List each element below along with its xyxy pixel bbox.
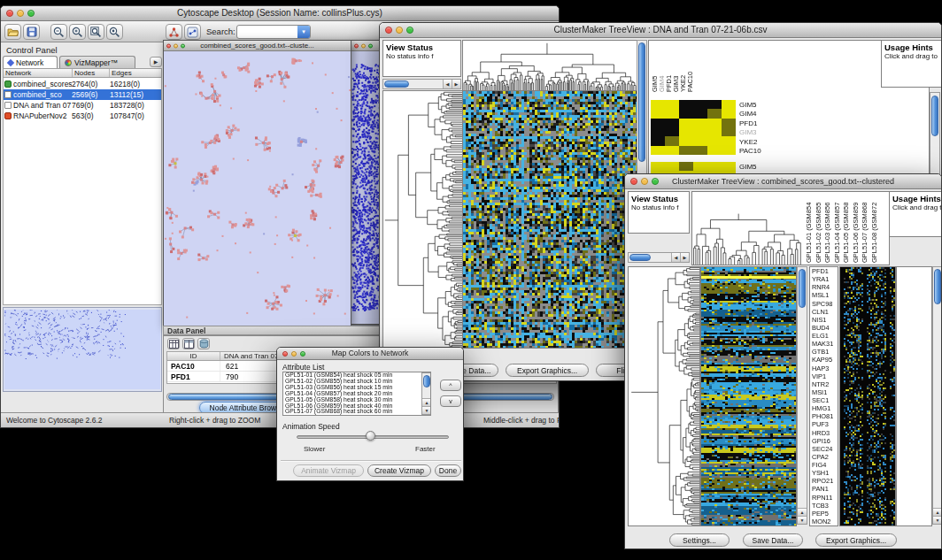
done-button[interactable]: Done	[435, 464, 461, 477]
network-view-titlebar[interactable]: combined_scores_good.txt--cluste...	[164, 41, 351, 51]
scroll-right-arrow-icon[interactable]: ▶	[680, 253, 689, 262]
scroll-up-arrow-icon[interactable]: ▲	[422, 398, 431, 406]
minimize-icon[interactable]	[291, 351, 297, 357]
network-overview-canvas[interactable]	[4, 310, 160, 389]
attribute-list-item[interactable]: GPL51-07 (GSM868) heat shock 60 min	[283, 409, 430, 415]
gene-label[interactable]: ELG1	[812, 332, 838, 340]
zoom-icon[interactable]	[368, 43, 373, 48]
gene-label[interactable]: SEC24	[812, 445, 838, 453]
gene-label[interactable]: HRD3	[812, 429, 838, 437]
tv2-row-hscrollbar[interactable]: ◀▶	[628, 252, 690, 263]
gene-label[interactable]: TCB3	[812, 502, 838, 510]
scrollbar-thumb[interactable]	[384, 81, 409, 88]
scroll-left-arrow-icon[interactable]: ◀	[671, 253, 680, 262]
gene-label[interactable]: PHO81	[812, 412, 838, 420]
move-down-button[interactable]: v	[440, 395, 461, 407]
data-column-id[interactable]: ID	[167, 352, 220, 360]
tv2-column-dendrogram[interactable]	[692, 192, 802, 265]
scrollbar-thumb[interactable]	[799, 269, 806, 308]
gene-label[interactable]: VIP1	[812, 372, 838, 380]
network-overview-panel[interactable]	[3, 307, 162, 392]
gene-label[interactable]: HAP3	[812, 364, 838, 372]
minimize-icon[interactable]	[641, 178, 648, 185]
gene-label[interactable]: KAP95	[812, 356, 838, 364]
network-view-canvas[interactable]	[164, 51, 351, 326]
gene-label[interactable]: GPI16	[812, 437, 838, 445]
close-icon[interactable]	[385, 27, 392, 34]
gene-label[interactable]: MSL1	[812, 291, 838, 299]
zoom-icon[interactable]	[652, 178, 659, 185]
gene-label[interactable]: NIS1	[812, 316, 838, 324]
table-grid-button[interactable]	[167, 338, 180, 349]
tv2-main-vscrollbar[interactable]: ▲▼	[797, 266, 807, 525]
zoom-icon[interactable]	[300, 351, 305, 357]
zoom-out-button[interactable]	[50, 24, 67, 40]
gene-label[interactable]: YRA1	[812, 275, 838, 283]
gene-label[interactable]: PFD1	[812, 267, 838, 275]
zoom-selected-button[interactable]	[106, 24, 123, 40]
scroll-up-arrow-icon[interactable]: ▲	[933, 508, 942, 516]
gene-label[interactable]: MSI1	[812, 388, 838, 396]
tv2-save-data-button[interactable]: Save Data...	[743, 533, 803, 547]
network-mode-button[interactable]	[184, 24, 201, 40]
column-header-edges[interactable]: Edges	[110, 69, 161, 77]
tv2-export-graphics-button[interactable]: Export Graphics...	[815, 533, 897, 547]
combo-dropdown-icon[interactable]: ▼	[297, 26, 310, 38]
scrollbar-thumb[interactable]	[629, 254, 651, 261]
tv2-zoom-heatmap[interactable]	[839, 266, 896, 526]
attribute-list-scrollbar[interactable]: ▲▼	[421, 372, 431, 415]
gene-label[interactable]: NTR2	[812, 380, 838, 388]
gene-label[interactable]: MAK31	[812, 340, 838, 348]
open-button[interactable]	[4, 24, 21, 40]
attribute-db-button[interactable]	[197, 338, 210, 349]
close-icon[interactable]	[630, 178, 637, 185]
tv1-titlebar[interactable]: ClusterMaker TreeView : DNA and Tran 07-…	[380, 23, 941, 38]
gene-label[interactable]: GTB1	[812, 348, 838, 356]
tv1-row-dendrogram[interactable]	[382, 90, 463, 349]
close-icon[interactable]	[6, 10, 13, 17]
gene-label[interactable]: MON2	[812, 518, 838, 525]
tv2-titlebar[interactable]: ClusterMaker TreeView : combined_scores_…	[625, 174, 941, 189]
gene-label[interactable]: CPA2	[812, 453, 838, 461]
slider-thumb[interactable]	[366, 431, 375, 441]
minimize-icon[interactable]	[361, 43, 366, 48]
gene-label[interactable]: YSH1	[812, 469, 838, 477]
tab-vizmapper[interactable]: VizMapper™	[59, 56, 135, 68]
zoom-fit-button[interactable]	[88, 24, 104, 40]
main-titlebar[interactable]: Cytoscape Desktop (Session Name: collins…	[1, 6, 559, 21]
column-header-network[interactable]: Network	[4, 69, 73, 77]
tv2-right-vscrollbar[interactable]: ▲▼	[932, 266, 942, 525]
scroll-down-arrow-icon[interactable]: ▼	[933, 516, 942, 524]
minimize-icon[interactable]	[17, 10, 24, 17]
network-table-row[interactable]: combined_scores2764(0)16218(0)	[4, 79, 161, 89]
save-button[interactable]	[23, 24, 40, 40]
tv1-correlation-matrix-1[interactable]	[651, 100, 736, 155]
scrollbar-thumb[interactable]	[934, 269, 941, 304]
close-icon[interactable]	[354, 43, 359, 48]
gene-label[interactable]: PEP5	[812, 510, 838, 518]
gene-label[interactable]: BUD4	[812, 324, 838, 332]
tv2-row-dendrogram[interactable]	[628, 266, 700, 526]
scroll-left-arrow-icon[interactable]: ◀	[443, 80, 452, 88]
scroll-down-arrow-icon[interactable]: ▼	[798, 516, 807, 524]
tv2-heatmap[interactable]	[700, 266, 797, 526]
gene-label[interactable]: SEC1	[812, 396, 838, 404]
scrollbar-thumb[interactable]	[423, 375, 430, 387]
gene-label[interactable]: RPO21	[812, 477, 838, 485]
tab-overflow-button[interactable]: ▶	[150, 57, 162, 67]
zoom-icon[interactable]	[181, 43, 185, 48]
create-vizmap-button[interactable]: Create Vizmap	[367, 464, 431, 477]
gene-label[interactable]: FIG4	[812, 461, 838, 469]
network-overview-button[interactable]	[166, 24, 182, 40]
zoom-in-button[interactable]	[69, 24, 86, 40]
scroll-right-arrow-icon[interactable]: ▶	[452, 80, 460, 88]
network-table-row[interactable]: RNAPuberNov2563(0)107847(0)	[4, 111, 161, 121]
scroll-up-arrow-icon[interactable]: ▲	[798, 508, 807, 516]
gene-label[interactable]: SPC98	[812, 300, 838, 308]
tv1-heatmap[interactable]	[462, 90, 637, 349]
tab-network[interactable]: Network	[3, 56, 58, 68]
tv2-settings-button[interactable]: Settings...	[669, 533, 730, 547]
minimize-icon[interactable]	[174, 43, 178, 48]
minimize-icon[interactable]	[396, 27, 403, 34]
gene-label[interactable]: RNR4	[812, 283, 838, 291]
